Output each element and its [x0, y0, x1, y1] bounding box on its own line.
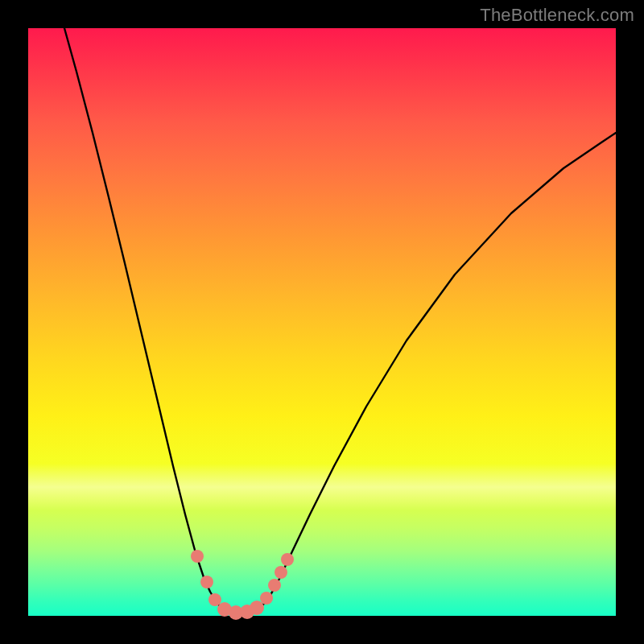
series-group [64, 28, 616, 613]
series-left-branch [64, 28, 228, 611]
marker-point [208, 593, 221, 606]
marker-point [260, 592, 273, 605]
marker-point [281, 553, 294, 566]
marker-point [275, 566, 287, 579]
series-right-branch [255, 133, 616, 611]
marker-point [268, 579, 281, 592]
watermark-label: TheBottleneck.com [480, 5, 634, 26]
curve-layer [28, 28, 616, 616]
marker-group [191, 550, 294, 620]
chart-frame: TheBottleneck.com [0, 0, 644, 644]
marker-point [191, 550, 204, 563]
marker-point [250, 601, 264, 615]
marker-point [200, 576, 213, 588]
